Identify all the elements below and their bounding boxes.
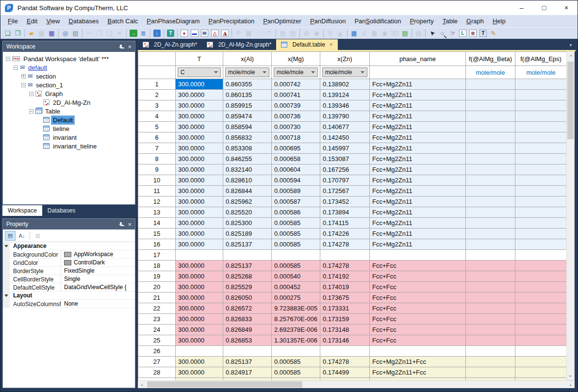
- cell-f_AlMg_Beta[interactable]: [466, 229, 515, 239]
- cell-x_Mg[interactable]: 0.000585: [272, 261, 320, 271]
- categorized-icon[interactable]: ▤: [5, 231, 16, 241]
- tree-item-tieline[interactable]: tieline: [3, 124, 135, 133]
- cell-x_Mg[interactable]: 0.000585: [272, 367, 320, 378]
- row-header-cell[interactable]: 14: [138, 218, 176, 229]
- row-header-cell[interactable]: 10: [138, 175, 176, 186]
- cell-f_AlMg_Beta[interactable]: [466, 175, 515, 186]
- scroll-left-icon[interactable]: ‹: [138, 382, 146, 388]
- cell-x_Zn[interactable]: 0.174192: [320, 271, 370, 282]
- cell-x_Al[interactable]: 0.859474: [223, 111, 272, 122]
- doc-tab-2d-al-zn-graph[interactable]: 2D_Al-Zn.graph*: [138, 39, 202, 50]
- print-preview-icon[interactable]: ◎: [60, 28, 70, 39]
- row-header-cell[interactable]: 24: [138, 325, 176, 335]
- property-category-layout[interactable]: Layout: [3, 292, 135, 300]
- row-header-cell[interactable]: 28: [138, 367, 176, 378]
- cell-x_Mg[interactable]: 0.000585: [272, 239, 320, 250]
- cell-x_Al[interactable]: 0.825520: [223, 207, 272, 218]
- cell-x_Zn[interactable]: 0.139346: [320, 100, 370, 111]
- maximize-button[interactable]: □: [533, 0, 555, 15]
- vertical-scroll-thumb[interactable]: [567, 62, 574, 139]
- cell-x_Zn[interactable]: 0.174019: [320, 282, 370, 293]
- cell-phase_name[interactable]: Fcc+Mg2Zn11+Fcc: [370, 367, 466, 378]
- cell-f_AlMg_Eps[interactable]: [515, 143, 567, 154]
- cell-x_Al[interactable]: 0.826050: [223, 293, 272, 303]
- cell-f_AlMg_Beta[interactable]: [466, 132, 515, 143]
- cell-T[interactable]: [176, 346, 223, 357]
- tree-item-graph[interactable]: −Graph: [3, 89, 135, 98]
- cell-phase_name[interactable]: Fcc+Mg2Zn11: [370, 186, 466, 196]
- cell-f_AlMg_Beta[interactable]: [466, 271, 515, 282]
- cell-f_AlMg_Beta[interactable]: [466, 196, 515, 207]
- legend-tool-icon[interactable]: ≣: [468, 28, 478, 39]
- vertical-scrollbar[interactable]: › ›: [566, 51, 575, 380]
- cell-f_AlMg_Eps[interactable]: [515, 218, 567, 229]
- cell-f_AlMg_Beta[interactable]: [466, 282, 515, 293]
- property-value[interactable]: FixedSingle: [61, 267, 135, 275]
- tree-item-invariant-tieline[interactable]: invariant_tieline: [3, 142, 135, 150]
- row-header-cell[interactable]: 5: [138, 122, 176, 132]
- cell-x_Zn[interactable]: 0.145997: [320, 143, 370, 154]
- cell-T[interactable]: 300.0000: [176, 335, 223, 346]
- dock-tab-workspace[interactable]: Workspace: [2, 205, 42, 216]
- cell-x_Zn[interactable]: 0.174115: [320, 218, 370, 229]
- row-header-cell[interactable]: 27: [138, 357, 176, 367]
- cell-x_Zn[interactable]: 0.174278: [320, 239, 370, 250]
- cell-f_AlMg_Eps[interactable]: [515, 357, 567, 367]
- cell-T[interactable]: 300.0000: [176, 111, 223, 122]
- cell-x_Mg[interactable]: [272, 250, 320, 261]
- unit-select-x-zn[interactable]: mole/mole: [322, 67, 367, 77]
- cell-f_AlMg_Beta[interactable]: [466, 367, 515, 378]
- pan-tool-icon[interactable]: ☞: [447, 28, 458, 39]
- menu-graph[interactable]: Graph: [462, 16, 488, 27]
- cell-x_Al[interactable]: 0.825189: [223, 229, 272, 239]
- cell-T[interactable]: 300.0000: [176, 282, 223, 293]
- cell-T[interactable]: 300.0000: [176, 90, 223, 100]
- run-calculation-icon[interactable]: →: [128, 28, 138, 39]
- cell-x_Mg[interactable]: 0.000585: [272, 357, 320, 367]
- cell-f_AlMg_Eps[interactable]: [515, 325, 567, 335]
- cell-phase_name[interactable]: Fcc+Fcc: [370, 303, 466, 314]
- cell-x_Mg[interactable]: 9.723883E-005: [272, 303, 320, 314]
- cell-x_Al[interactable]: 0.826833: [223, 314, 272, 325]
- cell-T[interactable]: 300.0000: [176, 314, 223, 325]
- menu-panprecipitation[interactable]: PanPrecipitation: [204, 16, 259, 27]
- menu-databases[interactable]: Databases: [64, 16, 103, 27]
- row-header-cell[interactable]: 22: [138, 303, 176, 314]
- cell-phase_name[interactable]: Fcc+Mg2Zn11+Fcc: [370, 357, 466, 367]
- point-calc-icon[interactable]: ●: [179, 28, 189, 39]
- cell-phase_name[interactable]: Fcc+Mg2Zn11: [370, 111, 466, 122]
- collapse-icon[interactable]: −: [14, 65, 18, 70]
- cell-x_Al[interactable]: 0.832140: [223, 164, 272, 175]
- tree-item-invariant[interactable]: invariant: [3, 133, 135, 142]
- cell-f_AlMg_Eps[interactable]: [515, 111, 567, 122]
- cell-f_AlMg_Eps[interactable]: [515, 261, 567, 271]
- cell-x_Al[interactable]: 0.853308: [223, 143, 272, 154]
- menu-panphasediagram[interactable]: PanPhaseDiagram: [142, 16, 204, 27]
- horizontal-scrollbar[interactable]: ‹ ›: [138, 380, 575, 388]
- unit-select-x-mg[interactable]: mole/mole: [274, 67, 318, 77]
- cell-T[interactable]: 300.0000: [176, 261, 223, 271]
- row-header-cell[interactable]: 26: [138, 346, 176, 357]
- row-header-cell[interactable]: 12: [138, 196, 176, 207]
- cell-phase_name[interactable]: Fcc+Mg2Zn11: [370, 154, 466, 164]
- cell-f_AlMg_Eps[interactable]: [515, 132, 567, 143]
- open-workspace-icon[interactable]: ❐: [13, 28, 23, 39]
- text-tool-icon[interactable]: T: [478, 28, 488, 39]
- cell-phase_name[interactable]: [370, 346, 466, 357]
- row-header-cell[interactable]: 3: [138, 100, 176, 111]
- cell-phase_name[interactable]: Fcc+Mg2Zn11: [370, 90, 466, 100]
- cell-f_AlMg_Eps[interactable]: [515, 175, 567, 186]
- cell-phase_name[interactable]: Fcc+Fcc: [370, 314, 466, 325]
- cell-T[interactable]: 300.0000: [176, 175, 223, 186]
- row-header-cell[interactable]: 13: [138, 207, 176, 218]
- cell-f_AlMg_Beta[interactable]: [466, 303, 515, 314]
- row-header-cell[interactable]: 6: [138, 132, 176, 143]
- cell-x_Zn[interactable]: [320, 250, 370, 261]
- menu-edit[interactable]: Edit: [22, 16, 42, 27]
- cell-f_AlMg_Eps[interactable]: [515, 250, 567, 261]
- cell-x_Mg[interactable]: 0.000739: [272, 100, 320, 111]
- solidification-calc-icon[interactable]: ◮: [220, 28, 230, 39]
- cell-T[interactable]: 300.0000: [176, 218, 223, 229]
- property-row-autosizecolumnsmode[interactable]: AutoSizeColumnsModeNone: [3, 300, 135, 308]
- collapse-icon[interactable]: −: [21, 83, 26, 87]
